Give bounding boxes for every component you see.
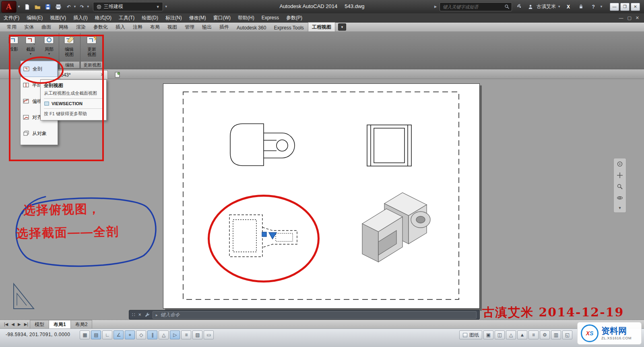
help-button[interactable]: ?	[588, 2, 598, 12]
dyn-toggle[interactable]: ▷	[170, 330, 180, 339]
ribbon-tab-surface[interactable]: 曲面	[38, 23, 55, 31]
restore-button[interactable]: ❒	[620, 3, 630, 11]
menu-insert[interactable]: 插入(I)	[70, 13, 91, 22]
search-flyout-arrow-icon[interactable]: ▶	[434, 5, 437, 8]
annotation-visibility-button[interactable]: ▲	[517, 330, 527, 339]
ribbon-tab-output[interactable]: 输出	[198, 23, 215, 31]
next-layout-arrow-icon[interactable]: ▶	[16, 322, 23, 326]
command-input[interactable]: ▸ 键入命令	[153, 311, 477, 319]
save-button[interactable]	[43, 2, 53, 12]
menu-dimension[interactable]: 标注(N)	[162, 13, 186, 22]
workspace-switcher[interactable]: 三维建模 ▼	[93, 2, 163, 11]
grid-toggle[interactable]: ▤	[91, 330, 101, 339]
pan-icon[interactable]	[617, 172, 623, 179]
file-tab-menu-button[interactable]	[114, 71, 121, 79]
menu-draw[interactable]: 绘图(D)	[138, 13, 162, 22]
menu-window[interactable]: 窗口(W)	[210, 13, 234, 22]
sign-in-user-button[interactable]	[527, 2, 534, 12]
menu-express[interactable]: Express	[258, 13, 283, 22]
menu-file[interactable]: 文件(F)	[0, 13, 23, 22]
new-file-button[interactable]	[22, 2, 32, 12]
command-line-bar[interactable]: ∷ × ▸ 键入命令	[129, 310, 480, 320]
workspace-arrow-icon[interactable]: ▼	[156, 5, 160, 9]
paper-model-toggle[interactable]: 图纸	[459, 330, 482, 339]
ribbon-tab-parametric[interactable]: 参数化	[90, 23, 111, 31]
zoom-icon[interactable]	[617, 183, 623, 190]
open-file-button[interactable]	[33, 2, 42, 12]
view-front[interactable]	[230, 124, 295, 166]
minimize-button[interactable]: —	[610, 3, 619, 11]
menu-help[interactable]: 帮助(H)	[234, 13, 258, 22]
tab-layout2[interactable]: 布局2	[70, 320, 93, 329]
help-arrow-icon[interactable]: ▼	[600, 5, 603, 8]
redo-button[interactable]: ↷	[77, 2, 87, 12]
ribbon-tab-view[interactable]: 视图	[164, 23, 181, 31]
redo-arrow-icon[interactable]: ▼	[87, 5, 90, 8]
last-layout-arrow-icon[interactable]: ▶|	[23, 322, 30, 326]
menu-tools[interactable]: 工具(T)	[115, 13, 138, 22]
signed-in-user[interactable]: 古滇艾米	[537, 3, 556, 10]
first-layout-arrow-icon[interactable]: |◀	[2, 322, 10, 326]
menu-view[interactable]: 视图(V)	[46, 13, 70, 22]
ribbon-tab-express-tools[interactable]: Express Tools	[270, 24, 307, 31]
tab-model[interactable]: 模型	[30, 320, 49, 329]
navbar-more-arrow-icon[interactable]: ▼	[618, 206, 622, 210]
quick-view-layouts-button[interactable]: ▣	[483, 330, 493, 339]
workspace-switch-button[interactable]: ⚙	[540, 330, 550, 339]
annotation-scale-button[interactable]: △	[506, 330, 516, 339]
lwt-toggle[interactable]: ≡	[181, 330, 191, 339]
ribbon-tab-solid[interactable]: 实体	[21, 23, 37, 31]
qat-customize-arrow-icon[interactable]: ▼	[165, 5, 168, 8]
ducs-toggle[interactable]: △	[159, 330, 169, 339]
ribbon-minimize-arrow-icon[interactable]: ▼	[338, 23, 346, 31]
autoscale-button[interactable]: ≡	[528, 330, 539, 339]
menu-parametric[interactable]: 参数(P)	[283, 13, 306, 22]
quick-view-drawings-button[interactable]: ◫	[495, 330, 505, 339]
ribbon-tab-render[interactable]: 渲染	[72, 23, 89, 31]
orbit-icon[interactable]	[617, 195, 623, 201]
ortho-toggle[interactable]: ∟	[102, 330, 112, 339]
osnap3d-toggle[interactable]: ◇	[136, 330, 146, 339]
user-menu-arrow-icon[interactable]: ▼	[557, 5, 561, 8]
tab-layout1[interactable]: 布局1	[49, 320, 71, 329]
view-isometric[interactable]	[362, 193, 430, 262]
ribbon-tab-home[interactable]: 常用	[3, 23, 20, 31]
command-bar-grip-icon[interactable]: ∷	[132, 312, 136, 318]
exchange-apps-button[interactable]: X	[564, 2, 573, 12]
menu-edit[interactable]: 编辑(E)	[23, 13, 46, 22]
doc-restore-icon[interactable]: ▢	[627, 15, 631, 21]
prev-layout-arrow-icon[interactable]: ◀	[10, 322, 16, 326]
doc-minimize-icon[interactable]: —	[619, 15, 623, 21]
otrack-toggle[interactable]: ∥	[147, 330, 157, 339]
ribbon-tab-layout[interactable]: 布局	[147, 23, 163, 31]
ribbon-tab-drawing-views[interactable]: 工程视图	[308, 22, 335, 31]
close-button[interactable]: ✕	[631, 3, 640, 11]
ribbon-tab-manage[interactable]: 管理	[181, 23, 198, 31]
view-side[interactable]	[367, 125, 411, 166]
search-input[interactable]	[442, 4, 503, 10]
ribbon-tab-autodesk360[interactable]: Autodesk 360	[233, 24, 270, 31]
ribbon-tab-plugins[interactable]: 插件	[216, 23, 233, 31]
menu-modify[interactable]: 修改(M)	[186, 13, 210, 22]
tpy-toggle[interactable]: ▨	[192, 330, 202, 339]
fullscreen-button[interactable]: ◱	[562, 330, 572, 339]
ribbon-tab-annotate[interactable]: 注释	[129, 23, 146, 31]
menu-format[interactable]: 格式(O)	[91, 13, 115, 22]
undo-arrow-icon[interactable]: ▼	[73, 5, 76, 8]
snap-toggle[interactable]: ▦	[80, 330, 90, 339]
ribbon-tab-insert[interactable]: 插入	[112, 23, 129, 31]
toolbar-lock-button[interactable]: ▥	[551, 330, 561, 339]
ribbon-tab-mesh[interactable]: 网格	[55, 23, 72, 31]
autocad-logo-button[interactable]: A	[1, 1, 17, 13]
communication-center-button[interactable]	[515, 2, 524, 12]
search-icon[interactable]	[504, 4, 510, 9]
keep-open-lock-button[interactable]	[576, 2, 586, 12]
app-menu-arrow-icon[interactable]: ▼	[17, 5, 21, 8]
doc-close-icon[interactable]: ✕	[636, 15, 639, 21]
plot-button[interactable]	[54, 2, 63, 12]
customize-wrench-icon[interactable]	[144, 312, 150, 318]
command-bar-close-icon[interactable]: ×	[138, 312, 141, 318]
qp-toggle[interactable]: ▭	[204, 330, 214, 339]
polar-toggle[interactable]: ∠	[114, 330, 124, 339]
infocenter-search[interactable]	[440, 2, 512, 11]
